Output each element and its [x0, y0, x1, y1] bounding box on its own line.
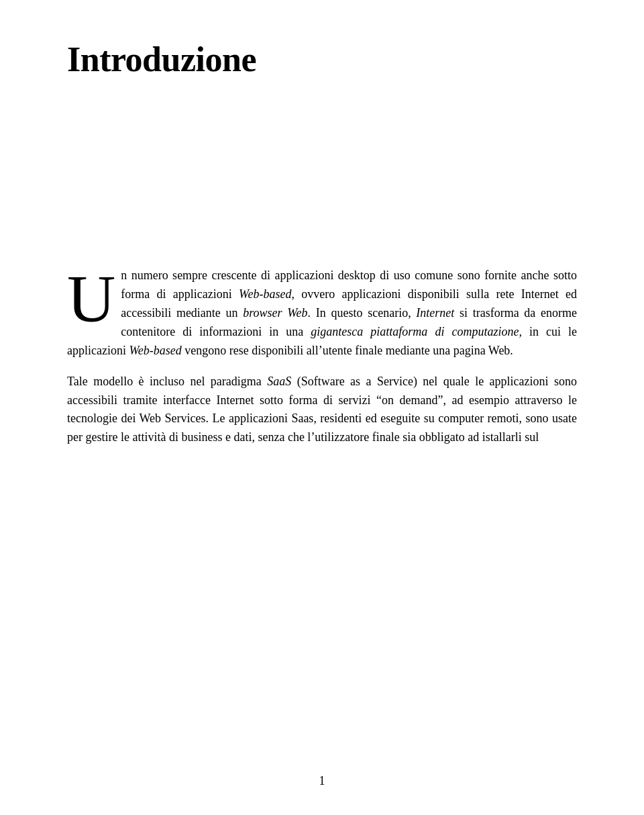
chapter-title: Introduzione	[67, 40, 577, 79]
page-number: 1	[319, 774, 325, 788]
italic-gigantesca: gigantesca piattaforma di computazione,	[311, 325, 522, 338]
second-paragraph: Tale modello è incluso nel paradigma Saa…	[67, 373, 577, 448]
italic-browser-web: browser Web	[243, 306, 307, 320]
first-paragraph: Un numero sempre crescente di applicazio…	[67, 267, 577, 360]
italic-web-based-1: Web-based	[239, 287, 291, 301]
italic-internet: Internet	[416, 306, 454, 320]
spacer	[67, 79, 577, 267]
italic-saas: SaaS	[267, 375, 291, 388]
drop-cap-letter: U	[67, 267, 121, 324]
second-paragraph-text: Tale modello è incluso nel paradigma Saa…	[67, 375, 577, 444]
italic-web-based-2: Web-based	[129, 344, 181, 357]
first-paragraph-text: n numero sempre crescente di applicazion…	[67, 269, 577, 357]
page-container: Introduzione Un numero sempre crescente …	[0, 0, 644, 815]
